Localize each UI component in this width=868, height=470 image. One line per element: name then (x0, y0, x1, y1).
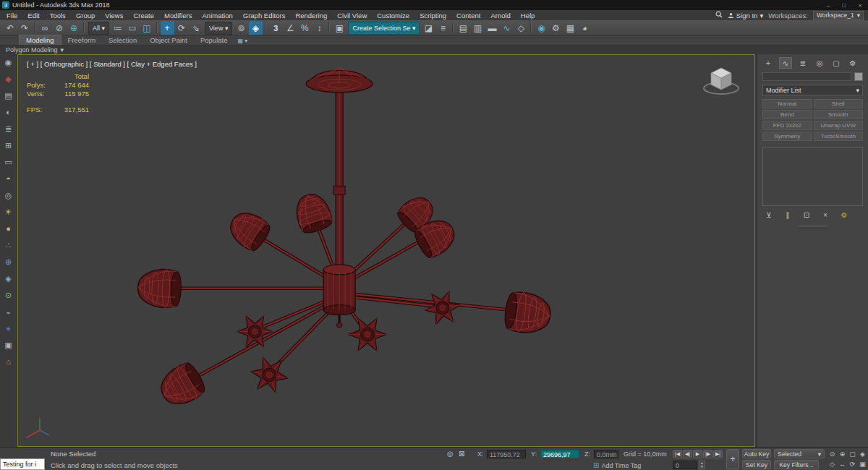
current-frame-field[interactable]: 0 (673, 461, 697, 469)
curve-editor-icon[interactable]: ∿ (500, 21, 514, 35)
angle-snap-icon[interactable]: ∠ (284, 21, 297, 35)
select-by-name-icon[interactable]: ≔ (111, 21, 125, 35)
ribbon-tab-freeform[interactable]: Freeform (61, 35, 103, 45)
go-to-start-button[interactable]: |◀ (673, 450, 682, 458)
modifier-button[interactable]: Smooth (814, 110, 864, 119)
zoom-extents-icon[interactable]: ▢ (848, 449, 857, 458)
unlink-selection-icon[interactable]: ⊘ (53, 21, 67, 35)
reference-coordinate-dropdown[interactable]: View ▾ (205, 22, 232, 35)
close-button[interactable]: × (852, 0, 868, 10)
maximize-viewport-toggle-icon[interactable]: ▣ (858, 459, 867, 469)
menu-item[interactable]: File (1, 12, 22, 20)
selected-mode-dropdown[interactable]: Selected ▾ (774, 449, 825, 458)
left-icon-17[interactable]: ● (3, 322, 14, 334)
maximize-button[interactable]: □ (836, 0, 852, 10)
set-keys-button[interactable]: + (726, 449, 739, 469)
set-key-button[interactable]: Set Key (742, 460, 771, 469)
viewport-label[interactable]: [ + ] [ Orthographic ] [ Standard ] [ Cl… (27, 60, 197, 68)
sign-in-button[interactable]: Sign In▾ (728, 12, 763, 20)
create-tab[interactable]: + (762, 58, 774, 68)
align-icon[interactable]: ≡ (436, 21, 450, 35)
mirror-icon[interactable]: ◪ (422, 21, 435, 35)
minimize-button[interactable]: – (820, 0, 836, 10)
utilities-tab[interactable]: ⚙ (847, 58, 859, 68)
menu-item[interactable]: Views (100, 12, 128, 20)
menu-item[interactable]: Tools (45, 12, 71, 20)
select-and-rotate-icon[interactable]: ⟳ (175, 21, 189, 35)
key-filters-button[interactable]: Key Filters... (774, 460, 819, 469)
ribbon-display-dropdown[interactable]: ▦ ▾ (234, 37, 251, 45)
left-icon-10[interactable]: ☀ (3, 206, 14, 218)
ribbon-tab-populate[interactable]: Populate (194, 35, 234, 45)
left-icon-14[interactable]: ◈ (3, 273, 14, 284)
left-icon-6[interactable]: ⊞ (3, 140, 14, 151)
menu-item[interactable]: Group (71, 12, 100, 20)
modifier-button[interactable]: FFD 2x2x2 (762, 121, 812, 130)
maxscript-mini-listener[interactable]: Testing for i (0, 458, 45, 470)
left-icon-8[interactable]: ◓ (3, 173, 14, 184)
motion-tab[interactable]: ◎ (814, 58, 825, 68)
display-tab[interactable]: ▢ (830, 58, 842, 68)
spinner-snap-icon[interactable]: ↕ (312, 21, 326, 35)
play-animation-button[interactable]: ▶ (693, 450, 702, 458)
left-icon-11[interactable]: ● (3, 223, 14, 234)
left-icon-16[interactable]: ◒ (3, 306, 14, 317)
panel-divider[interactable] (799, 226, 827, 229)
selection-filter-dropdown[interactable]: All ▾ (88, 22, 109, 35)
left-icon-4[interactable]: ◐ (3, 106, 14, 118)
add-time-tag-label[interactable]: Add Time Tag (601, 462, 641, 469)
x-coordinate-field[interactable]: 117950,72 (487, 450, 526, 458)
auto-key-button[interactable]: Auto Key (742, 449, 771, 458)
configure-modifier-sets-icon[interactable]: ⚙ (839, 210, 849, 220)
rendered-frame-window-icon[interactable]: ▦ (563, 21, 577, 35)
orbit-icon[interactable]: ⟳ (848, 459, 857, 469)
left-icon-18[interactable]: ▣ (3, 339, 14, 351)
rectangular-selection-region-icon[interactable]: ▭ (126, 21, 140, 35)
object-color-swatch[interactable] (854, 72, 863, 81)
y-coordinate-field[interactable]: 29696,97 (540, 450, 579, 458)
ribbon-tab-object-paint[interactable]: Object Paint (143, 35, 194, 45)
make-unique-icon[interactable]: ⊡ (801, 210, 812, 220)
menu-item[interactable]: Animation (197, 12, 238, 20)
toggle-scene-explorer-icon[interactable]: ▤ (456, 21, 470, 35)
menu-item[interactable]: Arnold (485, 12, 515, 20)
modifier-list-dropdown[interactable]: Modifier List ▾ (762, 85, 863, 95)
modifier-button[interactable]: Symmetry (762, 132, 812, 141)
modifier-button[interactable]: TurboSmooth (814, 132, 864, 141)
hierarchy-tab[interactable]: ≣ (797, 58, 809, 68)
menu-item[interactable]: Help (516, 12, 540, 20)
edit-named-selection-sets-icon[interactable]: ▣ (333, 21, 346, 35)
selection-lock-toggle-icon[interactable]: ⊠ (459, 450, 464, 458)
object-name-field[interactable] (762, 72, 851, 81)
modifier-stack-list[interactable] (762, 147, 863, 206)
modifier-button[interactable]: Shell (814, 99, 864, 108)
workspace-dropdown[interactable]: Workspace_1▾ (813, 11, 864, 20)
select-and-scale-icon[interactable]: ⇘ (190, 21, 203, 35)
modifier-button[interactable]: Unwrap UVW (814, 121, 864, 130)
isolate-selection-toggle-icon[interactable]: ◎ (447, 450, 454, 458)
add-time-tag-area[interactable]: ⊞ Add Time Tag (593, 461, 641, 469)
left-icon-7[interactable]: ▭ (3, 156, 14, 168)
use-pivot-point-icon[interactable]: ⊚ (234, 21, 248, 35)
menu-item[interactable]: Modifiers (159, 12, 197, 20)
zoom-extents-all-icon[interactable]: ◈ (858, 449, 867, 458)
spinner-down-icon[interactable]: ▾ (701, 465, 703, 469)
pin-stack-icon[interactable]: ⊻ (764, 210, 774, 220)
left-icon-13[interactable]: ⊕ (3, 256, 14, 268)
menu-item[interactable]: Civil View (332, 12, 372, 20)
redo-icon[interactable]: ↷ (18, 21, 32, 35)
window-crossing-toggle-icon[interactable]: ◫ (140, 21, 154, 35)
previous-frame-button[interactable]: ◀| (683, 450, 692, 458)
left-icon-5[interactable]: ≣ (3, 123, 14, 134)
snaps-toggle-icon[interactable]: 3 (269, 21, 283, 35)
next-frame-button[interactable]: |▶ (703, 450, 712, 458)
select-and-move-icon[interactable]: + (161, 21, 174, 35)
menu-item[interactable]: Scripting (414, 12, 451, 20)
search-icon[interactable] (715, 11, 723, 20)
frame-spinner[interactable]: ▴ ▾ (699, 461, 705, 469)
remove-modifier-icon[interactable]: × (820, 210, 830, 220)
z-coordinate-field[interactable]: 0,0mm (594, 450, 618, 458)
ribbon-tab-modeling[interactable]: Modeling (19, 35, 61, 45)
show-end-result-icon[interactable]: ∥ (783, 210, 793, 220)
render-setup-icon[interactable]: ⚙ (549, 21, 563, 35)
